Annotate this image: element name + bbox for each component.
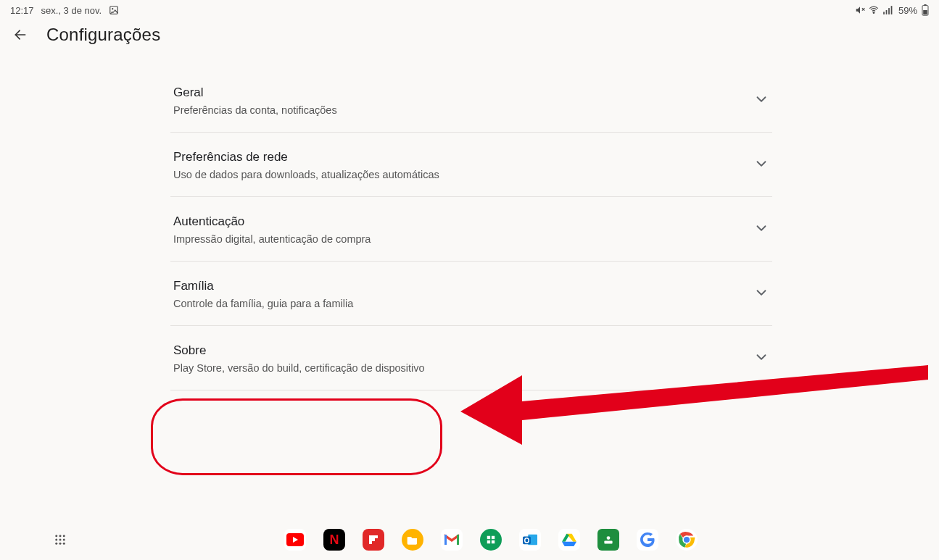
svg-rect-32	[492, 540, 495, 543]
svg-point-14	[59, 535, 62, 537]
battery-text: 59%	[898, 5, 917, 16]
chevron-down-icon	[753, 156, 769, 175]
svg-marker-38	[562, 542, 576, 546]
svg-point-16	[55, 539, 57, 541]
chevron-down-icon	[753, 285, 769, 304]
row-subtitle: Impressão digital, autenticação de compr…	[173, 233, 371, 245]
signal-icon	[882, 5, 893, 15]
app-sheets-icon[interactable]	[480, 529, 502, 551]
settings-row-about[interactable]: Sobre Play Store, versão do build, certi…	[170, 326, 772, 390]
settings-row-family[interactable]: Família Controle da família, guia para a…	[170, 262, 772, 326]
settings-list: Geral Preferências da conta, notificaçõe…	[170, 68, 772, 390]
svg-point-39	[607, 536, 611, 540]
status-date: sex., 3 de nov.	[41, 5, 102, 16]
status-time: 12:17	[10, 5, 34, 16]
svg-rect-29	[487, 536, 490, 539]
row-subtitle: Uso de dados para downloads, atualizaçõe…	[173, 169, 439, 180]
picture-icon	[109, 5, 119, 15]
taskbar: N	[0, 524, 939, 556]
svg-rect-11	[923, 10, 927, 14]
svg-marker-37	[562, 534, 569, 542]
chevron-down-icon	[753, 349, 769, 368]
row-subtitle: Play Store, versão do build, certificaçã…	[173, 362, 425, 374]
row-title: Sobre	[173, 343, 425, 358]
app-gmail-icon[interactable]	[441, 529, 463, 551]
svg-rect-25	[372, 535, 378, 538]
svg-rect-40	[604, 541, 612, 544]
annotation-highlight-ellipse	[151, 398, 442, 475]
app-classroom-icon[interactable]	[597, 529, 619, 551]
page-title: Configurações	[46, 25, 160, 45]
row-title: Autenticação	[173, 214, 371, 229]
app-chrome-icon[interactable]	[676, 529, 698, 551]
back-button[interactable]	[13, 28, 28, 42]
row-title: Família	[173, 279, 353, 293]
svg-rect-24	[369, 535, 372, 544]
app-bar: Configurações	[0, 17, 939, 49]
status-bar: 12:17 sex., 3 de nov. 59%	[0, 0, 939, 17]
app-netflix-icon[interactable]: N	[323, 529, 345, 551]
svg-rect-26	[372, 538, 375, 541]
row-subtitle: Preferências da conta, notificações	[173, 104, 337, 116]
svg-point-1	[112, 8, 113, 9]
app-files-icon[interactable]	[402, 529, 423, 551]
svg-rect-27	[444, 535, 447, 545]
chevron-down-icon	[753, 220, 769, 239]
svg-point-20	[59, 543, 62, 545]
settings-row-network[interactable]: Preferências de rede Uso de dados para d…	[170, 133, 772, 197]
svg-rect-30	[492, 536, 495, 539]
svg-point-4	[873, 12, 874, 14]
svg-rect-31	[487, 540, 490, 543]
settings-row-authentication[interactable]: Autenticação Impressão digital, autentic…	[170, 197, 772, 262]
app-flipboard-icon[interactable]	[363, 529, 384, 551]
app-drive-icon[interactable]	[558, 529, 580, 551]
app-drawer-button[interactable]	[54, 533, 67, 546]
row-title: Geral	[173, 85, 337, 100]
app-youtube-icon[interactable]	[284, 529, 306, 551]
svg-rect-6	[886, 10, 888, 14]
svg-point-17	[59, 539, 62, 541]
app-google-icon[interactable]	[637, 529, 658, 551]
battery-icon	[922, 4, 929, 16]
svg-rect-7	[888, 8, 890, 14]
svg-rect-5	[883, 12, 885, 14]
wifi-icon	[868, 5, 880, 15]
svg-point-19	[55, 543, 57, 545]
svg-point-21	[63, 543, 65, 545]
svg-point-15	[63, 535, 65, 537]
row-title: Preferências de rede	[173, 150, 439, 164]
svg-point-13	[55, 535, 57, 537]
svg-rect-8	[891, 6, 893, 14]
app-outlook-icon[interactable]	[519, 529, 541, 551]
mute-icon	[855, 5, 865, 15]
svg-point-18	[63, 539, 65, 541]
chevron-down-icon	[753, 91, 769, 110]
svg-rect-10	[924, 4, 926, 6]
svg-rect-28	[457, 535, 459, 545]
row-subtitle: Controle da família, guia para a familia	[173, 298, 353, 309]
settings-row-general[interactable]: Geral Preferências da conta, notificaçõe…	[170, 68, 772, 133]
